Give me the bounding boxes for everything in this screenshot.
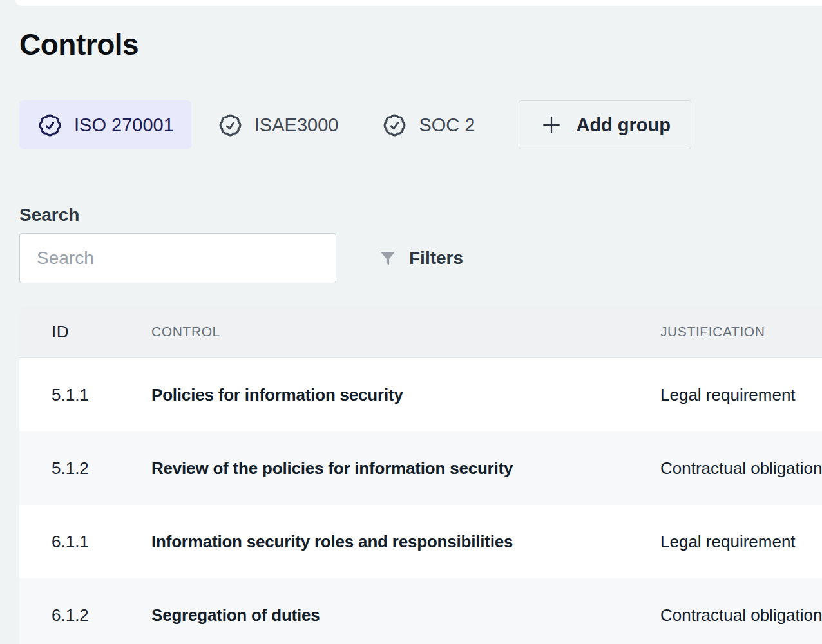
control-justification: Contractual obligation — [660, 459, 822, 478]
control-name: Review of the policies for information s… — [151, 459, 660, 478]
control-justification: Contractual obligation — [660, 605, 822, 625]
control-name: Policies for information security — [151, 385, 660, 405]
control-id: 5.1.1 — [19, 385, 151, 405]
group-tab-label: ISAE3000 — [254, 115, 339, 136]
group-tab-label: ISO 270001 — [74, 115, 174, 136]
badge-check-icon — [217, 112, 244, 138]
filter-funnel-icon — [378, 248, 398, 269]
table-row[interactable]: 5.1.2 Review of the policies for informa… — [19, 431, 822, 505]
filters-label: Filters — [409, 248, 463, 269]
badge-check-icon — [381, 112, 408, 138]
page-title: Controls — [19, 27, 139, 62]
add-group-button[interactable]: Add group — [519, 100, 691, 149]
table-row[interactable]: 6.1.2 Segregation of duties Contractual … — [19, 578, 822, 644]
control-id: 5.1.2 — [19, 459, 151, 478]
control-justification: Legal requirement — [660, 532, 822, 552]
column-header-id: ID — [19, 322, 151, 342]
search-label: Search — [19, 205, 79, 225]
table-header: ID CONTROL JUSTIFICATION — [19, 306, 822, 358]
topbar-edge-strip — [15, 0, 822, 6]
column-header-control: CONTROL — [151, 324, 660, 339]
column-header-justification: JUSTIFICATION — [660, 324, 822, 339]
control-name: Segregation of duties — [151, 605, 660, 625]
group-tabs: ISO 270001 ISAE3000 SOC 2 Add group — [19, 100, 691, 149]
search-input[interactable] — [19, 233, 336, 283]
group-tab-iso-270001[interactable]: ISO 270001 — [19, 100, 191, 149]
group-tab-label: SOC 2 — [419, 115, 475, 136]
table-row[interactable]: 6.1.1 Information security roles and res… — [19, 505, 822, 578]
control-name: Information security roles and responsib… — [151, 532, 660, 552]
plus-icon — [539, 113, 564, 137]
filters-button[interactable]: Filters — [378, 233, 463, 283]
control-justification: Legal requirement — [660, 385, 822, 405]
control-id: 6.1.1 — [19, 532, 151, 552]
control-id: 6.1.2 — [19, 605, 151, 625]
group-tab-soc-2[interactable]: SOC 2 — [364, 100, 492, 149]
badge-check-icon — [37, 112, 63, 138]
group-tab-isae3000[interactable]: ISAE3000 — [200, 100, 356, 149]
controls-table: ID CONTROL JUSTIFICATION 5.1.1 Policies … — [19, 306, 822, 644]
table-row[interactable]: 5.1.1 Policies for information security … — [19, 358, 822, 431]
add-group-label: Add group — [576, 115, 671, 136]
